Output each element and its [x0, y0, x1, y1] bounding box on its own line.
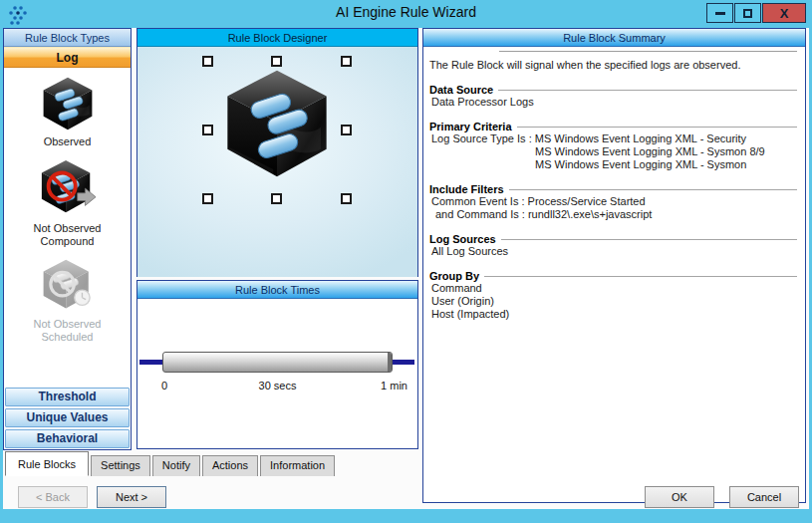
summary-section-log-sources: Log Sources All Log Sources — [429, 233, 797, 258]
rule-block-summary-panel: Rule Block Summary The Rule Block will s… — [422, 28, 806, 503]
selection-handle[interactable] — [202, 56, 213, 67]
rule-block-designer-panel: Rule Block Designer — [136, 28, 418, 277]
selection-handle[interactable] — [341, 193, 352, 204]
rule-block-times-body: 0 30 secs 1 min — [137, 299, 417, 448]
rule-block-times-panel: Rule Block Times 0 30 secs 1 min — [136, 280, 418, 449]
titlebar: AI Engine Rule Wizard X — [0, 0, 812, 28]
log-category-button[interactable]: Log — [4, 47, 131, 68]
back-button: < Back — [18, 486, 88, 508]
selection-handle[interactable] — [341, 56, 352, 67]
rule-block-type-not-observed-compound[interactable]: Not Observed Compound — [34, 158, 102, 248]
selection-handle[interactable] — [202, 125, 213, 135]
not-observed-compound-label: Not Observed Compound — [34, 222, 102, 248]
summary-section-group-by: Group By Command User (Origin) Host (Imp… — [429, 270, 797, 321]
minimize-icon — [715, 12, 725, 15]
summary-section-data-source: Data Source Data Processor Logs — [429, 84, 797, 109]
rule-block-summary-header: Rule Block Summary — [423, 29, 805, 47]
ai-engine-rule-wizard-window: AI Engine Rule Wizard X Rule Block Types… — [0, 0, 812, 523]
summary-section-include-filters: Include Filters Common Event Is : Proces… — [429, 183, 797, 221]
summary-line: Common Event Is : Process/Service Starte… — [431, 195, 797, 208]
threshold-category-button[interactable]: Threshold — [5, 388, 130, 406]
selection-box — [208, 62, 346, 198]
window-controls: X — [705, 3, 806, 23]
rule-block-times-header: Rule Block Times — [137, 281, 417, 299]
summary-line: Host (Impacted) — [431, 308, 797, 321]
designer-canvas[interactable] — [137, 47, 417, 277]
summary-line: All Log Sources — [431, 245, 797, 258]
ok-button[interactable]: OK — [645, 486, 714, 508]
summary-intro: The Rule Block will signal when the spec… — [429, 59, 797, 72]
rule-block-types-panel: Rule Block Types Log O — [3, 28, 132, 450]
cancel-button[interactable]: Cancel — [729, 486, 799, 508]
close-button[interactable]: X — [762, 3, 806, 23]
section-heading: Include Filters — [429, 183, 504, 195]
summary-line: MS Windows Event Logging XML - Sysmon 8/… — [535, 145, 797, 158]
time-range-slider[interactable] — [162, 352, 393, 373]
maximize-button[interactable] — [734, 3, 761, 23]
tab-rule-blocks[interactable]: Rule Blocks — [5, 451, 89, 476]
summary-line: User (Origin) — [431, 295, 797, 308]
section-rule — [498, 90, 797, 96]
observed-cube-icon — [39, 76, 97, 131]
minimize-button[interactable] — [706, 3, 733, 23]
close-icon: X — [780, 7, 789, 20]
rule-block-type-list: Observed — [4, 68, 131, 387]
rule-block-summary-body: The Rule Block will signal when the spec… — [423, 47, 805, 321]
wizard-tabbar: Rule Blocks Settings Notify Actions Info… — [5, 451, 337, 476]
section-rule — [484, 276, 797, 282]
tick-label-end: 1 min — [381, 380, 407, 392]
rule-block-type-observed[interactable]: Observed — [39, 76, 97, 148]
section-rule — [501, 239, 797, 245]
tab-information[interactable]: Information — [260, 455, 335, 476]
observed-label: Observed — [44, 135, 92, 148]
summary-line: and Command Is : rundll32\.exe\s+javascr… — [435, 208, 797, 221]
not-observed-scheduled-cube-icon — [39, 258, 97, 314]
slider-tick-labels: 0 30 secs 1 min — [137, 380, 417, 393]
section-heading: Log Sources — [429, 233, 496, 245]
summary-top-rule — [499, 51, 797, 52]
client-area: Rule Block Types Log O — [3, 28, 809, 509]
rule-block-designer-header: Rule Block Designer — [137, 29, 417, 47]
window-title: AI Engine Rule Wizard — [0, 4, 812, 20]
unique-values-category-button[interactable]: Unique Values — [5, 408, 130, 427]
selection-handle[interactable] — [271, 193, 282, 204]
section-heading: Primary Criteria — [429, 121, 512, 132]
section-heading: Data Source — [429, 84, 493, 96]
designer-cube-icon[interactable] — [217, 67, 337, 180]
tab-actions[interactable]: Actions — [202, 455, 258, 476]
selection-handle[interactable] — [341, 125, 352, 135]
tab-settings[interactable]: Settings — [91, 455, 150, 476]
selection-handle[interactable] — [202, 193, 213, 204]
summary-section-primary-criteria: Primary Criteria Log Source Type Is : MS… — [429, 121, 797, 171]
tick-label-mid: 30 secs — [137, 380, 417, 392]
maximize-icon — [743, 9, 752, 18]
selection-handle[interactable] — [271, 56, 282, 67]
rule-block-type-not-observed-scheduled[interactable]: Not Observed Scheduled — [34, 258, 102, 344]
tab-notify[interactable]: Notify — [152, 455, 200, 476]
not-observed-scheduled-label: Not Observed Scheduled — [34, 318, 102, 344]
behavioral-category-button[interactable]: Behavioral — [5, 429, 130, 448]
next-button[interactable]: Next > — [97, 486, 166, 508]
section-heading: Group By — [429, 270, 479, 282]
summary-line: MS Windows Event Logging XML - Sysmon — [535, 158, 797, 171]
summary-line: Data Processor Logs — [431, 96, 797, 109]
summary-line: Command — [431, 282, 797, 295]
not-observed-compound-cube-icon — [37, 158, 99, 218]
rule-block-types-header: Rule Block Types — [4, 29, 131, 47]
summary-line: Log Source Type Is : MS Windows Event Lo… — [431, 132, 797, 145]
